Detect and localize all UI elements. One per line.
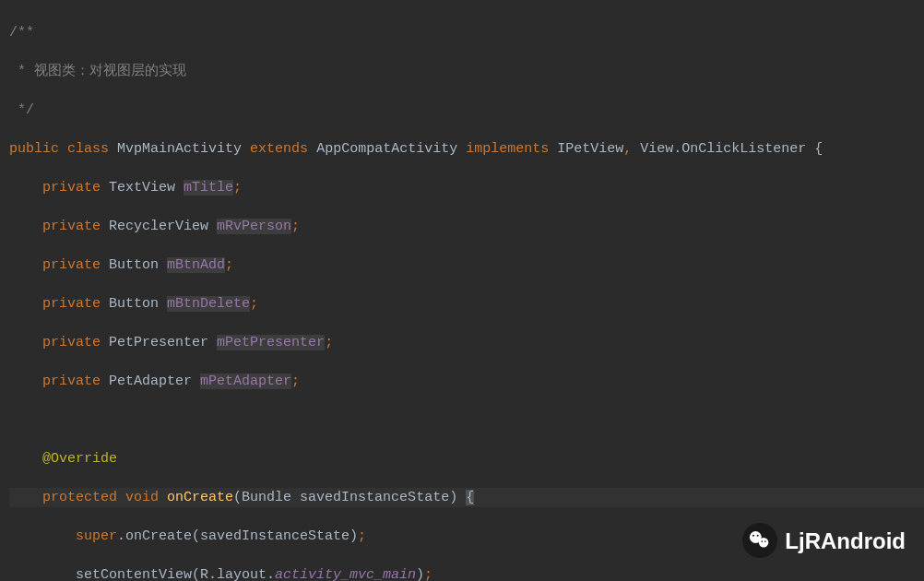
- field-name-hl: mBtnAdd: [167, 257, 225, 273]
- watermark: LjRAndroid: [742, 523, 906, 558]
- layout-ref: activity_mvc_main: [275, 567, 416, 581]
- code-editor[interactable]: /** * 视图类：对视图层的实现 */ public class MvpMai…: [0, 0, 924, 581]
- field-type: PetAdapter: [109, 374, 192, 389]
- field-type: PetPresenter: [109, 335, 208, 350]
- svg-point-1: [759, 538, 769, 548]
- field-type: Button: [109, 296, 159, 312]
- semicolon: ;: [424, 567, 432, 581]
- comment-line: * 视图类：对视图层的实现: [9, 64, 186, 79]
- semicolon: ;: [325, 335, 333, 350]
- keyword-protected: protected: [42, 490, 117, 505]
- comma: ,: [623, 141, 632, 157]
- wechat-icon: [742, 523, 777, 558]
- interface-name: IPetView: [557, 141, 623, 157]
- field-name-hl: mRvPerson: [217, 219, 291, 234]
- keyword-public: public: [9, 141, 59, 157]
- semicolon: ;: [250, 296, 258, 312]
- paren: ): [416, 567, 424, 581]
- keyword-implements: implements: [466, 141, 549, 157]
- method-call: .onCreate(savedInstanceState): [117, 528, 358, 544]
- keyword-private: private: [42, 374, 101, 389]
- field-name-hl: mPetAdapter: [200, 374, 291, 389]
- semicolon: ;: [291, 219, 300, 234]
- keyword-private: private: [42, 335, 101, 350]
- class-name: MvpMainActivity: [117, 141, 242, 157]
- interface-name: View.OnClickListener {: [640, 141, 823, 157]
- keyword-extends: extends: [250, 141, 308, 157]
- field-name-hl: mTitle: [184, 180, 233, 196]
- parent-class: AppCompatActivity: [316, 141, 457, 157]
- keyword-super: super: [76, 528, 117, 544]
- svg-point-3: [757, 535, 759, 537]
- annotation-override: @Override: [42, 451, 117, 467]
- field-name-hl: mPetPresenter: [217, 335, 325, 350]
- svg-point-4: [762, 540, 764, 542]
- method-params: (Bundle savedInstanceState): [233, 490, 466, 505]
- semicolon: ;: [291, 374, 300, 389]
- svg-point-2: [752, 535, 754, 537]
- keyword-private: private: [42, 219, 101, 234]
- keyword-class: class: [67, 141, 109, 157]
- watermark-text: LjRAndroid: [785, 531, 906, 551]
- keyword-void: void: [125, 490, 159, 505]
- comment-line: */: [9, 102, 34, 118]
- method-call: setContentView(R.layout.: [76, 567, 275, 581]
- method-name: onCreate: [167, 490, 233, 505]
- brace-hl: {: [466, 490, 474, 505]
- semicolon: ;: [358, 528, 366, 544]
- comment-line: /**: [9, 25, 34, 41]
- keyword-private: private: [42, 180, 101, 196]
- semicolon: ;: [233, 180, 242, 196]
- keyword-private: private: [42, 257, 101, 273]
- keyword-private: private: [42, 296, 101, 312]
- semicolon: ;: [225, 257, 233, 273]
- svg-point-5: [764, 540, 766, 542]
- field-name-hl: mBtnDelete: [167, 296, 250, 312]
- field-type: Button: [109, 257, 159, 273]
- field-type: RecyclerView: [109, 219, 208, 234]
- field-type: TextView: [109, 180, 175, 196]
